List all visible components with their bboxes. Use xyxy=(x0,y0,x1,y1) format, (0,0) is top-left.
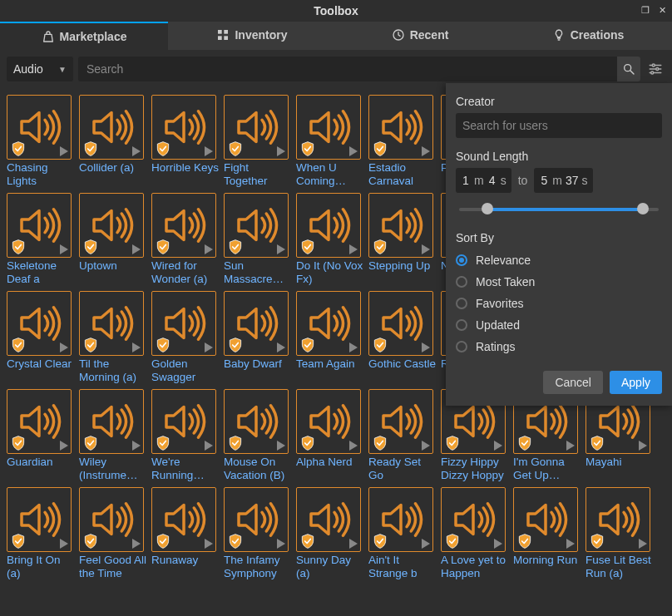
play-icon[interactable] xyxy=(60,146,68,156)
play-icon[interactable] xyxy=(277,539,285,549)
asset-thumbnail[interactable] xyxy=(151,487,216,552)
asset-card[interactable]: Horrible Keys xyxy=(151,95,220,188)
asset-thumbnail[interactable] xyxy=(368,193,433,258)
play-icon[interactable] xyxy=(566,539,575,549)
play-icon[interactable] xyxy=(494,539,502,549)
asset-card[interactable]: Wiley (Instrume… xyxy=(79,389,148,482)
asset-thumbnail[interactable] xyxy=(224,193,289,258)
apply-button[interactable]: Apply xyxy=(610,371,662,394)
play-icon[interactable] xyxy=(639,539,647,549)
close-icon[interactable]: ✕ xyxy=(655,3,669,17)
play-icon[interactable] xyxy=(277,146,285,156)
play-icon[interactable] xyxy=(60,244,68,254)
cancel-button[interactable]: Cancel xyxy=(543,371,603,394)
asset-thumbnail[interactable] xyxy=(7,487,72,552)
asset-thumbnail[interactable] xyxy=(7,291,72,356)
tab-inventory[interactable]: Inventory xyxy=(168,22,336,50)
play-icon[interactable] xyxy=(349,342,358,352)
play-icon[interactable] xyxy=(205,146,213,156)
asset-card[interactable]: Guardian xyxy=(7,389,76,482)
play-icon[interactable] xyxy=(60,441,68,451)
asset-thumbnail[interactable] xyxy=(296,95,361,160)
asset-thumbnail[interactable] xyxy=(441,487,506,552)
play-icon[interactable] xyxy=(132,441,141,451)
category-dropdown[interactable]: Audio ▼ xyxy=(7,57,73,81)
asset-thumbnail[interactable] xyxy=(224,487,289,552)
play-icon[interactable] xyxy=(132,539,141,549)
tab-recent[interactable]: Recent xyxy=(336,22,504,50)
asset-card[interactable]: When U Coming… xyxy=(296,95,365,188)
asset-card[interactable]: Do It (No Vox Fx) xyxy=(296,193,365,286)
play-icon[interactable] xyxy=(60,539,68,549)
play-icon[interactable] xyxy=(205,539,213,549)
sort-option[interactable]: Relevance xyxy=(456,249,662,271)
asset-thumbnail[interactable] xyxy=(586,487,650,552)
asset-card[interactable]: Mouse On Vacation (B) xyxy=(224,389,293,482)
asset-card[interactable]: Sunny Day (a) xyxy=(296,487,365,580)
asset-thumbnail[interactable] xyxy=(296,193,361,258)
asset-card[interactable]: Bring It On (a) xyxy=(7,487,76,580)
play-icon[interactable] xyxy=(349,146,358,156)
play-icon[interactable] xyxy=(422,441,430,451)
asset-thumbnail[interactable] xyxy=(296,487,361,552)
play-icon[interactable] xyxy=(132,244,141,254)
asset-card[interactable]: Crystal Clear xyxy=(7,291,76,384)
asset-thumbnail[interactable] xyxy=(7,193,72,258)
asset-thumbnail[interactable] xyxy=(79,487,144,552)
asset-thumbnail[interactable] xyxy=(151,389,216,454)
asset-thumbnail[interactable] xyxy=(79,95,144,160)
asset-thumbnail[interactable] xyxy=(79,389,144,454)
slider-knob-left[interactable] xyxy=(482,203,493,214)
length-from-input[interactable]: 1 m 4 s xyxy=(456,168,511,193)
play-icon[interactable] xyxy=(277,244,285,254)
filter-toggle-button[interactable] xyxy=(645,57,665,81)
length-range-slider[interactable] xyxy=(459,201,659,218)
asset-card[interactable]: Collider (a) xyxy=(79,95,148,188)
restore-icon[interactable]: ❐ xyxy=(639,3,652,17)
asset-thumbnail[interactable] xyxy=(7,95,72,160)
asset-card[interactable]: A Love yet to Happen xyxy=(441,487,510,580)
play-icon[interactable] xyxy=(277,441,285,451)
play-icon[interactable] xyxy=(349,441,358,451)
asset-card[interactable]: Wired for Wonder (a) xyxy=(151,193,220,286)
asset-card[interactable]: Stepping Up xyxy=(368,193,437,286)
tab-creations[interactable]: Creations xyxy=(504,22,672,50)
length-to-input[interactable]: 5 m 37 s xyxy=(534,168,592,193)
asset-thumbnail[interactable] xyxy=(151,193,216,258)
asset-card[interactable]: Ready Set Go xyxy=(368,389,437,482)
asset-card[interactable]: Uptown xyxy=(79,193,148,286)
asset-card[interactable]: Estadio Carnaval xyxy=(368,95,437,188)
asset-thumbnail[interactable] xyxy=(151,95,216,160)
play-icon[interactable] xyxy=(566,441,575,451)
play-icon[interactable] xyxy=(205,441,213,451)
play-icon[interactable] xyxy=(277,342,285,352)
tab-marketplace[interactable]: Marketplace xyxy=(0,22,168,50)
sort-option[interactable]: Ratings xyxy=(456,336,662,357)
asset-thumbnail[interactable] xyxy=(368,291,433,356)
play-icon[interactable] xyxy=(132,342,141,352)
asset-card[interactable]: Golden Swagger xyxy=(151,291,220,384)
creator-search-input[interactable] xyxy=(456,113,662,138)
asset-card[interactable]: Ain't It Strange b xyxy=(368,487,437,580)
asset-card[interactable]: The Infamy Symphony xyxy=(224,487,293,580)
play-icon[interactable] xyxy=(349,244,358,254)
play-icon[interactable] xyxy=(422,146,430,156)
play-icon[interactable] xyxy=(422,244,430,254)
play-icon[interactable] xyxy=(205,244,213,254)
asset-card[interactable]: Baby Dwarf xyxy=(224,291,293,384)
asset-thumbnail[interactable] xyxy=(7,389,72,454)
asset-card[interactable]: Sun Massacre… xyxy=(224,193,293,286)
play-icon[interactable] xyxy=(494,441,502,451)
slider-knob-right[interactable] xyxy=(637,203,649,214)
asset-card[interactable]: Alpha Nerd xyxy=(296,389,365,482)
asset-thumbnail[interactable] xyxy=(79,291,144,356)
asset-card[interactable]: Morning Run xyxy=(513,487,582,580)
asset-thumbnail[interactable] xyxy=(368,487,433,552)
play-icon[interactable] xyxy=(205,342,213,352)
asset-card[interactable]: Fuse Lit Best Run (a) xyxy=(586,487,655,580)
asset-thumbnail[interactable] xyxy=(151,291,216,356)
play-icon[interactable] xyxy=(132,146,141,156)
asset-card[interactable]: We're Running… xyxy=(151,389,220,482)
play-icon[interactable] xyxy=(349,539,358,549)
asset-card[interactable]: Team Again xyxy=(296,291,365,384)
